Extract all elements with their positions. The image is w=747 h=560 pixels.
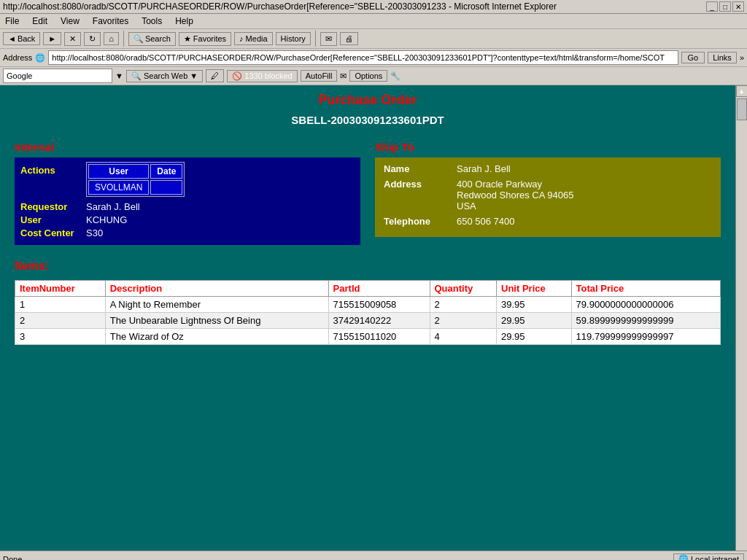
- search-toolbar-button[interactable]: 🔍 Search: [128, 32, 176, 46]
- print-toolbar-button[interactable]: 🖨: [340, 32, 358, 45]
- mail-toolbar-button[interactable]: ✉: [320, 32, 337, 46]
- shipto-name-label: Name: [384, 163, 457, 174]
- menu-file[interactable]: File: [3, 15, 21, 27]
- scrollbar[interactable]: ▲: [735, 85, 747, 551]
- browser-content-area: Purchase Order SBELL-200303091233601PDT …: [0, 85, 747, 551]
- address-input[interactable]: [48, 50, 678, 65]
- links-button[interactable]: Links: [708, 52, 737, 63]
- actions-row: Actions User Date SVOLLMAN: [20, 162, 355, 197]
- cell-partid: 715515009058: [328, 297, 430, 313]
- user-row: User KCHUNG: [20, 214, 355, 225]
- status-bar: Done 🌐 Local intranet: [0, 551, 747, 560]
- cell-partid: 715515011020: [328, 329, 430, 345]
- actions-col-user: User: [88, 164, 149, 179]
- cell-description: The Unbearable Lightness Of Being: [105, 313, 328, 329]
- forward-button[interactable]: ►: [43, 32, 61, 45]
- requestor-label: Requestor: [20, 201, 86, 212]
- home-button[interactable]: ⌂: [104, 32, 119, 45]
- requestor-row: Requestor Sarah J. Bell: [20, 201, 355, 212]
- shipto-telephone-value: 650 506 7400: [457, 216, 515, 227]
- sections-wrapper: Internal Actions User Date SVOLLMAN: [15, 141, 721, 245]
- intranet-icon: 🌐: [678, 554, 689, 560]
- page-content: Purchase Order SBELL-200303091233601PDT …: [0, 85, 735, 551]
- col-total-price: Total Price: [571, 281, 720, 297]
- menu-tools[interactable]: Tools: [139, 15, 164, 27]
- col-unit-price: Unit Price: [497, 281, 572, 297]
- shipto-section-title: Ship To: [375, 141, 721, 153]
- cell-unit-price: 29.95: [497, 329, 572, 345]
- user-label: User: [20, 214, 86, 225]
- actions-label: Actions: [20, 162, 86, 176]
- cell-description: A Night to Remember: [105, 297, 328, 313]
- toolbar-separator: [123, 31, 124, 47]
- history-toolbar-button[interactable]: History: [276, 32, 311, 45]
- blocked-badge: 🚫 1330 blocked: [227, 70, 298, 82]
- menu-help[interactable]: Help: [173, 15, 196, 27]
- cell-item: 2: [15, 313, 106, 329]
- shipto-address-row: Address 400 Oracle Parkway Redwood Shore…: [384, 179, 712, 211]
- titlebar-text: http://localhost:8080/oradb/SCOTT/PURCHA…: [3, 1, 557, 12]
- shipto-name-row: Name Sarah J. Bell: [384, 163, 712, 174]
- menu-view[interactable]: View: [58, 15, 82, 27]
- shipto-telephone-label: Telephone: [384, 216, 457, 227]
- actions-date-value: [150, 180, 182, 195]
- media-toolbar-button[interactable]: ♪ Media: [234, 32, 273, 45]
- actions-table: User Date SVOLLMAN: [86, 162, 185, 197]
- highlighter-button[interactable]: 🖊: [206, 69, 224, 82]
- shipto-section: Ship To Name Sarah J. Bell Address 400 O…: [375, 141, 721, 245]
- col-itemnumber: ItemNumber: [15, 281, 106, 297]
- autofill-button[interactable]: AutoFill: [301, 70, 338, 82]
- costcenter-row: Cost Center S30: [20, 228, 355, 238]
- shipto-telephone-row: Telephone 650 506 7400: [384, 216, 712, 227]
- back-button[interactable]: ◄ Back: [3, 32, 40, 45]
- go-button[interactable]: Go: [681, 52, 705, 63]
- stop-button[interactable]: ✕: [64, 32, 81, 46]
- scroll-thumb[interactable]: [737, 98, 747, 120]
- cell-partid: 37429140222: [328, 313, 430, 329]
- cell-quantity: 2: [430, 313, 497, 329]
- items-table-header-row: ItemNumber Description PartId Quantity U…: [15, 281, 721, 297]
- intranet-badge: 🌐 Local intranet: [673, 553, 744, 560]
- search-web-button[interactable]: 🔍 Search Web ▼: [126, 70, 203, 82]
- menu-edit[interactable]: Edit: [30, 15, 50, 27]
- options-button[interactable]: Options: [349, 70, 387, 82]
- table-row: 2 The Unbearable Lightness Of Being 3742…: [15, 313, 721, 329]
- items-section-title: Items:: [15, 260, 721, 273]
- internal-section-title: Internal: [15, 141, 360, 153]
- status-right: 🌐 Local intranet: [673, 553, 744, 560]
- internal-section: Internal Actions User Date SVOLLMAN: [15, 141, 360, 245]
- browser-toolbar: ◄ Back ► ✕ ↻ ⌂ 🔍 Search ★ Favorites ♪ Me…: [0, 29, 747, 49]
- cell-quantity: 4: [430, 329, 497, 345]
- requestor-value: Sarah J. Bell: [86, 201, 140, 212]
- maximize-button[interactable]: □: [719, 1, 731, 12]
- costcenter-label: Cost Center: [20, 228, 86, 238]
- cell-item: 1: [15, 297, 106, 313]
- refresh-button[interactable]: ↻: [84, 32, 101, 46]
- titlebar: http://localhost:8080/oradb/SCOTT/PURCHA…: [0, 0, 747, 14]
- costcenter-value: S30: [86, 228, 103, 238]
- cell-total-price: 59.8999999999999999: [571, 313, 720, 329]
- cell-total-price: 79.9000000000000006: [571, 297, 720, 313]
- actions-col-date: Date: [150, 164, 182, 179]
- favorites-toolbar-button[interactable]: ★ Favorites: [179, 32, 231, 46]
- status-text: Done: [3, 555, 22, 561]
- scroll-up-arrow[interactable]: ▲: [736, 85, 748, 97]
- cell-unit-price: 29.95: [497, 313, 572, 329]
- user-value: KCHUNG: [86, 214, 127, 225]
- col-description: Description: [105, 281, 328, 297]
- address-label: Address: [3, 53, 32, 62]
- address-bar: Address 🌐 Go Links »: [0, 49, 747, 67]
- menubar: File Edit View Favorites Tools Help: [0, 14, 747, 29]
- cell-quantity: 2: [430, 297, 497, 313]
- shipto-name-value: Sarah J. Bell: [457, 163, 511, 174]
- google-search-input[interactable]: [3, 69, 112, 83]
- shipto-box: Name Sarah J. Bell Address 400 Oracle Pa…: [375, 158, 721, 237]
- menu-favorites[interactable]: Favorites: [90, 15, 131, 27]
- close-button[interactable]: ✕: [732, 1, 744, 12]
- table-row: 1 A Night to Remember 715515009058 2 39.…: [15, 297, 721, 313]
- cell-description: The Wizard of Oz: [105, 329, 328, 345]
- actions-user-value: SVOLLMAN: [88, 180, 149, 195]
- minimize-button[interactable]: _: [706, 1, 718, 12]
- google-toolbar: ▼ 🔍 Search Web ▼ 🖊 🚫 1330 blocked AutoFi…: [0, 67, 747, 85]
- cell-item: 3: [15, 329, 106, 345]
